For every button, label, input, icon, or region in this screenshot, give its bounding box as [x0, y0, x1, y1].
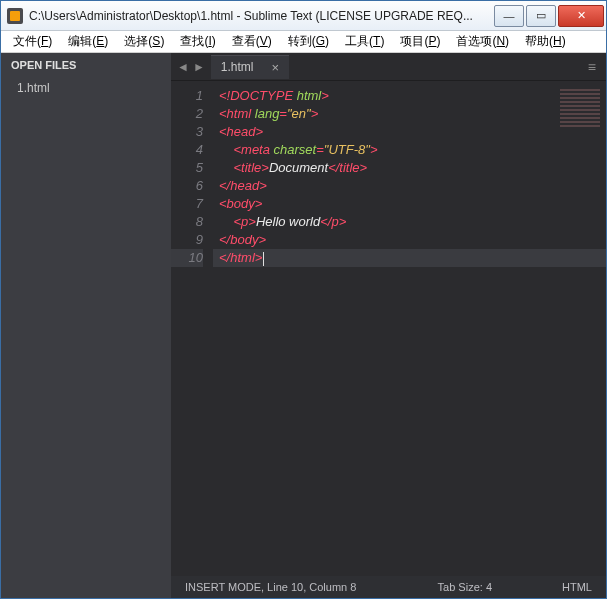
code-line[interactable]: <html lang="en">: [219, 105, 606, 123]
code-line[interactable]: </html>: [213, 249, 606, 267]
tab-close-icon[interactable]: ×: [271, 60, 279, 75]
menu-item[interactable]: 查看(V): [224, 31, 280, 52]
cursor: [263, 252, 264, 266]
line-number: 6: [171, 177, 203, 195]
window-controls: — ▭ ✕: [492, 5, 604, 27]
line-number: 2: [171, 105, 203, 123]
menu-item[interactable]: 文件(F): [5, 31, 60, 52]
line-number: 8: [171, 213, 203, 231]
menu-item[interactable]: 工具(T): [337, 31, 392, 52]
statusbar: INSERT MODE, Line 10, Column 8 Tab Size:…: [171, 576, 606, 598]
code-line[interactable]: </body>: [219, 231, 606, 249]
window-title: C:\Users\Administrator\Desktop\1.html - …: [29, 9, 492, 23]
code-line[interactable]: <title>Document</title>: [219, 159, 606, 177]
editor: ◄ ► 1.html × ≡ 12345678910 <!DOCTYPE htm…: [171, 53, 606, 598]
sidebar: OPEN FILES 1.html: [1, 53, 171, 598]
code-content[interactable]: <!DOCTYPE html><html lang="en"><head> <m…: [213, 81, 606, 576]
menu-item[interactable]: 项目(P): [392, 31, 448, 52]
code-line[interactable]: <body>: [219, 195, 606, 213]
code-area[interactable]: 12345678910 <!DOCTYPE html><html lang="e…: [171, 81, 606, 576]
sidebar-header: OPEN FILES: [1, 53, 171, 77]
status-tabsize[interactable]: Tab Size: 4: [402, 581, 522, 593]
menu-item[interactable]: 首选项(N): [448, 31, 517, 52]
line-number: 10: [171, 249, 203, 267]
line-number: 5: [171, 159, 203, 177]
minimize-button[interactable]: —: [494, 5, 524, 27]
menubar: 文件(F)编辑(E)选择(S)查找(I)查看(V)转到(G)工具(T)项目(P)…: [1, 31, 606, 53]
sidebar-item[interactable]: 1.html: [1, 77, 171, 99]
code-line[interactable]: <!DOCTYPE html>: [219, 87, 606, 105]
minimap[interactable]: [560, 87, 600, 147]
line-number: 3: [171, 123, 203, 141]
line-number: 7: [171, 195, 203, 213]
tab-1html[interactable]: 1.html ×: [211, 55, 289, 79]
menu-item[interactable]: 编辑(E): [60, 31, 116, 52]
code-line[interactable]: <head>: [219, 123, 606, 141]
client-area: OPEN FILES 1.html ◄ ► 1.html × ≡ 1234567…: [1, 53, 606, 598]
close-button[interactable]: ✕: [558, 5, 604, 27]
app-icon: [7, 8, 23, 24]
line-number: 9: [171, 231, 203, 249]
tabbar: ◄ ► 1.html × ≡: [171, 53, 606, 81]
menu-item[interactable]: 查找(I): [172, 31, 223, 52]
code-line[interactable]: <meta charset="UTF-8">: [219, 141, 606, 159]
window: C:\Users\Administrator\Desktop\1.html - …: [0, 0, 607, 599]
tab-label: 1.html: [221, 60, 254, 74]
maximize-button[interactable]: ▭: [526, 5, 556, 27]
line-number: 4: [171, 141, 203, 159]
line-number: 1: [171, 87, 203, 105]
nav-back-icon[interactable]: ◄: [177, 60, 189, 74]
menu-item[interactable]: 选择(S): [116, 31, 172, 52]
nav-forward-icon[interactable]: ►: [193, 60, 205, 74]
code-line[interactable]: <p>Hello world</p>: [219, 213, 606, 231]
status-position: INSERT MODE, Line 10, Column 8: [185, 581, 402, 593]
titlebar[interactable]: C:\Users\Administrator\Desktop\1.html - …: [1, 1, 606, 31]
menu-item[interactable]: 帮助(H): [517, 31, 574, 52]
svg-rect-1: [10, 11, 20, 21]
menu-item[interactable]: 转到(G): [280, 31, 337, 52]
status-syntax[interactable]: HTML: [522, 581, 592, 593]
tab-nav: ◄ ►: [171, 60, 211, 74]
tabbar-menu-icon[interactable]: ≡: [588, 59, 606, 75]
code-line[interactable]: </head>: [219, 177, 606, 195]
gutter: 12345678910: [171, 81, 213, 576]
